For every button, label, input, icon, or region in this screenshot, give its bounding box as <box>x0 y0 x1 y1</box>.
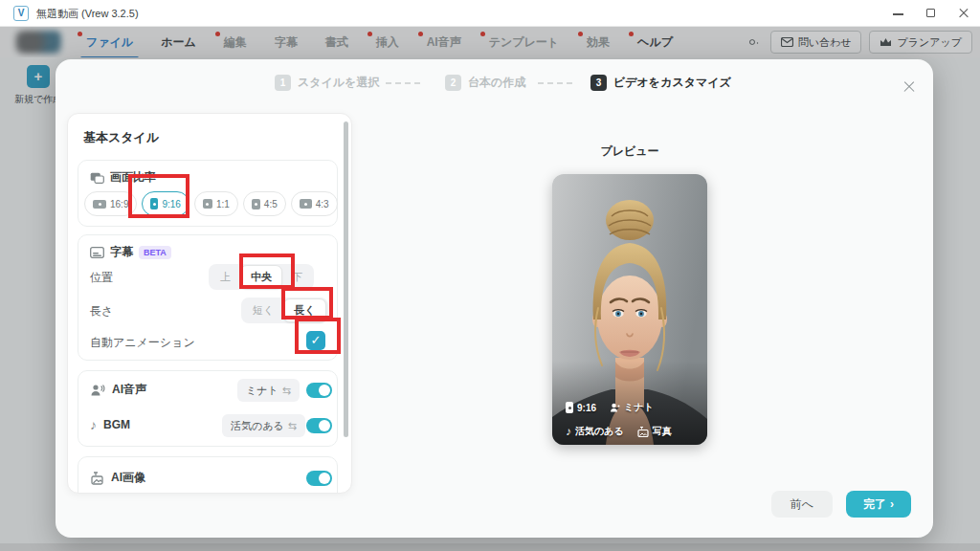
auto-animation-checkbox[interactable]: ✓ <box>306 331 325 350</box>
voice-select-pill[interactable]: ミナト⇆ <box>237 379 300 402</box>
wizard-step-2: 2 台本の作成 <box>445 75 525 91</box>
portrait-ratio-icon <box>150 198 158 209</box>
auto-animation-label: 自動アニメーション <box>90 335 195 351</box>
step-1-number: 1 <box>275 75 291 91</box>
aspect-1-1[interactable]: 1:1 <box>194 191 238 216</box>
bgm-select-pill[interactable]: 活気のある⇆ <box>222 414 305 437</box>
panel-title: 基本スタイル <box>83 129 159 146</box>
aspect-9-16-selected[interactable]: 9:16 <box>142 191 189 216</box>
ai-voice-label: AI音声 <box>112 382 146 398</box>
square-ratio-icon <box>203 199 212 209</box>
style-options-panel: 基本スタイル 画面比率 16:9 9:16 1:1 4:5 4:3 <box>67 113 352 494</box>
title-bar: V 無題動画 (Vrew 3.2.5) <box>0 0 980 27</box>
preview-badges-row-1: 9:16 ミナト <box>566 401 654 414</box>
modal-close-button[interactable] <box>899 77 920 98</box>
music-note-icon: ♪ <box>90 417 97 432</box>
bgm-badge: ♪ 活気のある <box>566 425 624 438</box>
voice-badge: ミナト <box>610 401 654 414</box>
screen-ratio-icon <box>90 172 104 184</box>
media-type-badge: 写真 <box>637 425 672 438</box>
ratio-badge: 9:16 <box>566 402 596 413</box>
beta-badge: BETA <box>139 246 171 259</box>
aspect-4-5[interactable]: 4:5 <box>243 191 286 216</box>
position-center-selected[interactable]: 中央 <box>240 265 282 289</box>
minimize-button[interactable] <box>882 0 915 27</box>
ai-image-icon <box>90 472 104 485</box>
position-bottom[interactable]: 下 <box>282 266 312 288</box>
music-note-icon: ♪ <box>566 425 571 438</box>
aspect-ratio-header: 画面比率 <box>90 169 156 186</box>
preview-title: プレビュー <box>552 143 707 160</box>
subtitle-label: 字幕 <box>110 244 133 260</box>
length-segmented-control: 短く 長く <box>241 298 328 323</box>
bgm-toggle[interactable] <box>306 418 332 433</box>
audio-card: AI音声 ミナト⇆ ♪ BGM 活気のある⇆ <box>78 370 338 447</box>
wizard-step-3: 3 ビデオをカスタマイズ <box>590 75 731 91</box>
close-window-button[interactable] <box>947 0 980 27</box>
preview-badges-row-2: ♪ 活気のある 写真 <box>566 425 672 438</box>
preview-card: 9:16 ミナト ♪ 活気のある 写真 <box>552 174 707 445</box>
position-top[interactable]: 上 <box>211 266 240 288</box>
step-1-label: スタイルを選択 <box>298 75 379 91</box>
step-2-label: 台本の作成 <box>468 75 525 91</box>
length-long-selected[interactable]: 長く <box>283 298 325 322</box>
swap-icon: ⇆ <box>288 420 297 432</box>
bgm-label: BGM <box>103 418 130 431</box>
bgm-row: ♪ BGM <box>90 417 130 432</box>
step-connector <box>386 82 420 84</box>
landscape-ratio-icon <box>93 200 106 209</box>
subtitle-icon <box>90 247 104 258</box>
window-title: 無題動画 (Vrew 3.2.5) <box>36 7 139 21</box>
swap-icon: ⇆ <box>282 385 291 397</box>
wizard-step-1: 1 スタイルを選択 <box>275 75 379 91</box>
phone-ratio-icon <box>566 402 573 413</box>
ai-image-toggle[interactable] <box>306 471 332 486</box>
position-label: 位置 <box>90 270 113 286</box>
ai-image-row: AI画像 <box>90 470 145 486</box>
wide-ratio-icon <box>300 199 312 209</box>
step-2-number: 2 <box>445 75 461 91</box>
voice-person-icon <box>610 403 620 412</box>
chevron-right-icon: › <box>890 497 894 511</box>
ai-image-card: AI画像 <box>78 456 338 494</box>
panel-scrollbar[interactable] <box>344 121 348 437</box>
length-short[interactable]: 短く <box>243 299 283 321</box>
step-3-label: ビデオをカスタマイズ <box>613 75 731 91</box>
maximize-button[interactable] <box>915 0 947 27</box>
subtitle-card: 字幕 BETA 位置 上 中央 下 長さ 短く 長く 自動アニメーション ✓ <box>78 234 338 361</box>
window-controls <box>882 0 980 27</box>
aspect-16-9[interactable]: 16:9 <box>84 191 137 216</box>
ai-voice-toggle[interactable] <box>306 383 332 398</box>
aspect-ratio-card: 画面比率 16:9 9:16 1:1 4:5 4:3 <box>78 160 338 227</box>
ai-voice-icon <box>90 384 105 397</box>
customize-video-modal: 1 スタイルを選択 2 台本の作成 3 ビデオをカスタマイズ 基本スタイル 画面… <box>56 59 933 538</box>
aspect-4-3[interactable]: 4:3 <box>291 191 338 216</box>
photo-icon <box>637 427 649 437</box>
aspect-ratio-label: 画面比率 <box>110 169 156 186</box>
tall-ratio-icon <box>252 199 260 209</box>
vrew-logo-icon: V <box>13 6 29 21</box>
step-connector <box>538 82 572 84</box>
step-3-number: 3 <box>590 75 607 91</box>
ai-voice-row: AI音声 <box>90 382 146 398</box>
position-segmented-control: 上 中央 下 <box>209 264 314 290</box>
length-label: 長さ <box>90 303 113 320</box>
maximize-icon <box>926 9 935 17</box>
done-button[interactable]: 完了› <box>846 491 911 518</box>
aspect-options: 16:9 9:16 1:1 4:5 4:3 <box>84 191 338 216</box>
app-window: V 無題動画 (Vrew 3.2.5) ファイル ホーム 編集 字幕 書式 挿入… <box>0 0 980 551</box>
minimize-icon <box>893 13 903 15</box>
ai-image-label: AI画像 <box>111 470 145 486</box>
back-button[interactable]: 前へ <box>771 491 833 518</box>
subtitle-header: 字幕 BETA <box>90 244 171 260</box>
